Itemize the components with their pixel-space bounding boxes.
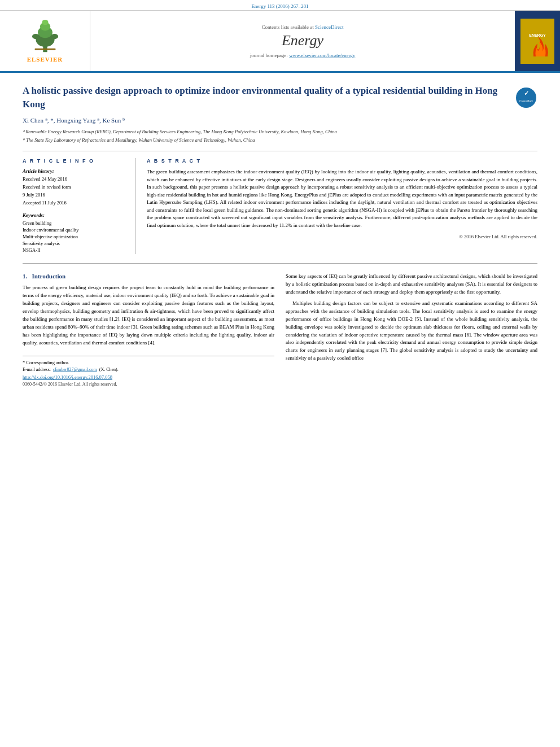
author-names: Xi Chen ᵃ, *, Hongxing Yang ᵃ, Ke Sun ᵇ xyxy=(23,117,125,124)
keyword-1: Green building xyxy=(23,220,127,226)
homepage-url[interactable]: www.elsevier.com/locate/energy xyxy=(289,53,355,58)
received-date: Received 24 May 2016 xyxy=(23,176,127,183)
body-col-left: 1. Introduction The process of green bui… xyxy=(23,273,274,387)
affiliation-a: ᵃ Renewable Energy Research Group (RERG)… xyxy=(23,129,537,136)
email-suffix: (X. Chen). xyxy=(99,367,119,372)
svg-point-6 xyxy=(51,33,58,38)
doi-link[interactable]: http://dx.doi.org/10.1016/j.energy.2016.… xyxy=(23,374,112,380)
sciencedirect-prefix: Contents lists available at xyxy=(262,24,315,30)
email-label: E-mail address: xyxy=(23,367,51,372)
corresponding-author-note: * Corresponding author. xyxy=(23,360,274,365)
article-info-heading: A R T I C L E I N F O xyxy=(23,158,127,164)
homepage-prefix: journal homepage: xyxy=(250,53,289,58)
elsevier-logo-box: ELSEVIER xyxy=(0,11,90,71)
intro-paragraph-1: The process of green building design req… xyxy=(23,284,274,347)
copyright-line: © 2016 Elsevier Ltd. All rights reserved… xyxy=(147,234,537,239)
journal-header: ELSEVIER Contents lists available at Sci… xyxy=(0,11,560,73)
svg-text:CrossMark: CrossMark xyxy=(519,99,533,103)
energy-logo-box: ENERGY xyxy=(515,11,560,71)
svg-rect-7 xyxy=(34,48,55,50)
abstract-text: The green building assessment emphasizes… xyxy=(147,168,537,229)
intro-section-title-text: Introduction xyxy=(32,273,66,279)
intro-section-title: 1. Introduction xyxy=(23,273,274,279)
keyword-2: Indoor environmental quality xyxy=(23,227,127,233)
journal-homepage-line: journal homepage: www.elsevier.com/locat… xyxy=(250,53,356,58)
email-line: E-mail address: climber027@gmail.com (X.… xyxy=(23,367,274,372)
revised-date: 9 July 2016 xyxy=(23,192,127,199)
article-info-abstract-section: A R T I C L E I N F O Article history: R… xyxy=(23,158,537,254)
authors: Xi Chen ᵃ, *, Hongxing Yang ᵃ, Ke Sun ᵇ xyxy=(23,117,537,124)
journal-center: Contents lists available at ScienceDirec… xyxy=(90,11,515,71)
body-two-col: 1. Introduction The process of green bui… xyxy=(23,273,537,387)
email-address[interactable]: climber027@gmail.com xyxy=(53,367,97,372)
doi-line[interactable]: http://dx.doi.org/10.1016/j.energy.2016.… xyxy=(23,374,274,380)
journal-volume-info: Energy 113 (2016) 267–281 xyxy=(251,3,308,9)
body-col-right: Some key aspects of IEQ can be greatly i… xyxy=(286,273,537,387)
article-history-label: Article history: xyxy=(23,168,127,174)
sciencedirect-link[interactable]: ScienceDirect xyxy=(315,24,343,30)
svg-point-5 xyxy=(32,33,39,38)
svg-text:✓: ✓ xyxy=(524,90,529,97)
svg-text:ENERGY: ENERGY xyxy=(529,33,546,37)
sciencedirect-line: Contents lists available at ScienceDirec… xyxy=(262,24,344,30)
received-revised-label: Received in revised form xyxy=(23,184,127,191)
affiliation-b: ᵇ The State Key Laboratory of Refractori… xyxy=(23,137,537,144)
article-info-col: A R T I C L E I N F O Article history: R… xyxy=(23,158,135,254)
corresponding-label: * Corresponding author. xyxy=(23,360,69,365)
intro-para-1-text: The process of green building design req… xyxy=(23,284,274,347)
accepted-date: Accepted 11 July 2016 xyxy=(23,200,127,207)
keywords-label: Keywords: xyxy=(23,212,127,218)
energy-journal-logo: ENERGY xyxy=(522,20,553,62)
intro-para-2-text: Some key aspects of IEQ can be greatly i… xyxy=(286,273,537,296)
keyword-4: Sensitivity analysis xyxy=(23,241,127,246)
article-title-section: A holistic passive design approach to op… xyxy=(23,84,537,111)
keyword-5: NSGA-II xyxy=(23,247,127,253)
energy-logo-icon: ENERGY xyxy=(520,19,554,64)
elsevier-brand-text: ELSEVIER xyxy=(27,56,63,63)
issn-line: 0360-5442/© 2016 Elsevier Ltd. All right… xyxy=(23,382,274,387)
article-title: A holistic passive design approach to op… xyxy=(23,84,509,111)
footnote-section: * Corresponding author. E-mail address: … xyxy=(23,356,274,387)
abstract-col: A B S T R A C T The green building asses… xyxy=(147,158,537,254)
journal-bar: Energy 113 (2016) 267–281 xyxy=(0,0,560,11)
elsevier-tree-icon xyxy=(23,20,68,54)
main-content: A holistic passive design approach to op… xyxy=(0,73,560,398)
intro-section-number: 1. xyxy=(23,273,27,279)
journal-name: Energy xyxy=(282,32,323,49)
crossmark-badge[interactable]: ✓ CrossMark xyxy=(515,86,537,109)
intro-paragraph-2: Some key aspects of IEQ can be greatly i… xyxy=(286,273,537,362)
intro-para-3-text: Multiples building design factors can be… xyxy=(286,300,537,363)
crossmark-icon: ✓ CrossMark xyxy=(515,86,537,109)
divider-1 xyxy=(23,151,537,151)
svg-point-4 xyxy=(42,20,48,25)
abstract-heading: A B S T R A C T xyxy=(147,158,537,164)
keyword-3: Multi-objective optimization xyxy=(23,234,127,239)
body-section: 1. Introduction The process of green bui… xyxy=(23,263,537,387)
